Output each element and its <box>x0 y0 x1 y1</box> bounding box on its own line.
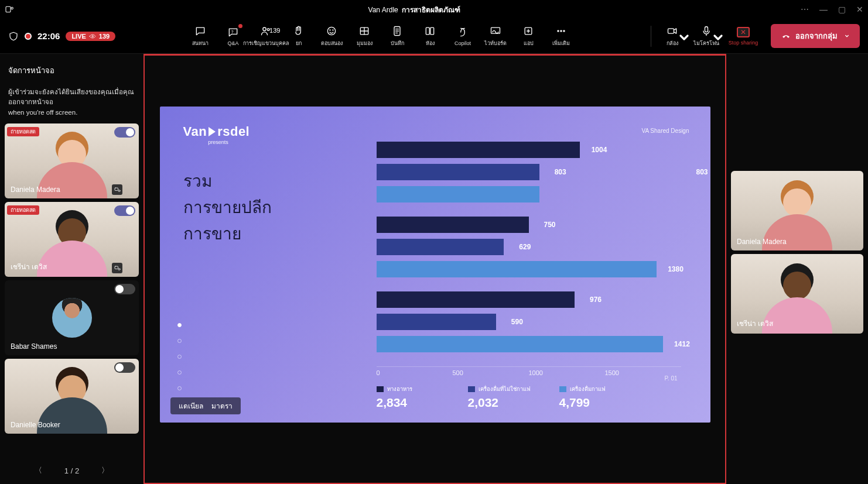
apps-button[interactable]: แอป <box>514 21 543 52</box>
spotlight-video-thumb[interactable]: Daniela Madera <box>731 171 863 250</box>
participant-name: Danielle Booker <box>8 420 63 430</box>
slide-bar-chart: 1004803803750629138097659014120500100015… <box>377 142 681 410</box>
spotlight-toggle[interactable] <box>114 127 135 138</box>
whiteboard-button[interactable]: ไวท์บอร์ด <box>481 21 510 52</box>
participant-thumb[interactable]: Babar Shames <box>5 280 139 355</box>
call-timer: 22:06 <box>37 31 60 41</box>
participant-name: เชรีน่า เดวิส <box>734 317 775 330</box>
panel-title: จัดการหน้าจอ <box>8 64 135 77</box>
panel-subtitle: ผู้เข้าร่วมจะยังคงได้ยินเสียงของคุณเมื่อ… <box>8 87 135 118</box>
react-button[interactable]: ตอบสนอง <box>317 21 346 52</box>
presentation-slide: Vanrsdel presents VA Shared Design รวม ก… <box>160 107 710 423</box>
slide-nav-dots <box>177 323 182 390</box>
encryption-icon[interactable] <box>8 31 19 42</box>
app-logo-icon <box>5 5 14 14</box>
spotlight-icon[interactable] <box>112 263 122 273</box>
eye-icon <box>89 33 96 40</box>
meeting-toolbar: 22:06 LIVE 139 สนทนา ?Q&A 139การเชิญแขวน… <box>0 19 868 54</box>
pager-next[interactable]: 〉 <box>101 465 109 476</box>
participant-name: Babar Shames <box>8 341 59 352</box>
svg-rect-29 <box>115 266 118 269</box>
slide-tag: VA Shared Design <box>642 128 689 134</box>
svg-point-7 <box>330 29 330 30</box>
live-badge[interactable]: LIVE 139 <box>66 32 115 41</box>
svg-point-30 <box>118 268 120 270</box>
participant-name: Daniela Madera <box>8 184 63 195</box>
svg-point-23 <box>561 30 562 31</box>
window-close-icon[interactable]: ✕ <box>856 5 863 14</box>
svg-rect-0 <box>6 6 11 12</box>
slide-presents: presents <box>183 139 254 145</box>
notes-button[interactable]: บันทึก <box>382 21 412 52</box>
svg-point-28 <box>118 190 120 191</box>
view-button[interactable]: มุมมอง <box>350 21 379 52</box>
svg-point-24 <box>563 30 565 31</box>
svg-rect-16 <box>426 28 429 35</box>
raise-hand-button[interactable]: ยก <box>284 21 313 52</box>
phone-hangup-icon <box>781 32 791 41</box>
svg-rect-25 <box>668 28 674 33</box>
chevron-down-icon[interactable] <box>845 34 849 39</box>
people-button[interactable]: 139การเชิญแขวนบุคคล <box>251 21 281 52</box>
more-button[interactable]: เพิ่มเติม <box>546 21 576 52</box>
rooms-button[interactable]: ห้อง <box>415 21 445 52</box>
participant-name: เชรีน่า เดวิส <box>8 260 49 273</box>
live-tag: ถ่ายทอดสด <box>7 205 39 215</box>
svg-rect-17 <box>430 28 434 35</box>
spotlight-toggle[interactable] <box>114 362 135 373</box>
spotlight-video-thumb[interactable]: เชรีน่า เดวิส <box>731 254 863 334</box>
pager-prev[interactable]: 〈 <box>35 465 42 476</box>
svg-point-4 <box>263 28 266 30</box>
pager-position: 1 / 2 <box>64 466 79 475</box>
live-tag: ถ่ายทอดสด <box>7 127 39 136</box>
participant-thumb[interactable]: ถ่ายทอดสดเชรีน่า เดวิส <box>5 202 139 277</box>
svg-point-1 <box>11 7 13 9</box>
svg-rect-26 <box>705 26 708 32</box>
shared-content-stage: Vanrsdel presents VA Shared Design รวม ก… <box>143 54 726 484</box>
svg-point-6 <box>327 27 335 35</box>
spotlight-icon[interactable] <box>112 184 122 195</box>
stop-sharing-button[interactable]: ✕ Stop sharing <box>724 27 763 46</box>
svg-point-2 <box>92 35 94 37</box>
chevron-down-icon[interactable] <box>678 32 690 44</box>
svg-point-22 <box>558 30 559 31</box>
slide-page-num: P. 01 <box>664 375 677 382</box>
thumb-pager: 〈 1 / 2 〉 <box>0 457 143 484</box>
manage-screen-panel: จัดการหน้าจอ ผู้เข้าร่วมจะยังคงได้ยินเสี… <box>0 54 143 484</box>
window-max-icon[interactable]: ▢ <box>838 5 846 14</box>
spotlight-toggle[interactable] <box>114 205 135 216</box>
presenter-name-pill: แดเนียลมาดรา <box>170 397 241 414</box>
mic-button[interactable]: ไมโครโฟน <box>690 25 723 47</box>
spotlight-toggle[interactable] <box>114 284 135 294</box>
chevron-down-icon[interactable] <box>712 32 724 44</box>
chat-button[interactable]: สนทนา <box>186 21 215 52</box>
svg-point-8 <box>333 29 333 30</box>
recording-dot-icon <box>25 33 32 40</box>
window-min-icon[interactable]: ⋯ <box>801 5 809 14</box>
title-bar: Van Ardle การสาธิตผลิตภัณฑ์ ⋯ ― ▢ ✕ <box>0 0 868 19</box>
camera-button[interactable]: กล้อง <box>656 25 689 47</box>
svg-rect-27 <box>115 188 118 191</box>
copilot-button[interactable]: Copilot <box>448 21 477 52</box>
right-video-rail: Daniela Madera เชรีน่า เดวิส <box>726 54 868 484</box>
svg-text:?: ? <box>231 29 234 33</box>
leave-button[interactable]: ออกจากกลุ่ม <box>771 24 860 48</box>
window-min-icon[interactable]: ― <box>819 5 828 14</box>
participant-thumb[interactable]: Danielle Booker <box>5 359 139 434</box>
participant-thumb[interactable]: ถ่ายทอดสดDaniela Madera <box>5 123 139 198</box>
slide-brand: Vanrsdel <box>183 124 687 139</box>
meeting-title: Van Ardle การสาธิตผลิตภัณฑ์ <box>28 4 801 15</box>
participant-name: Daniela Madera <box>734 236 789 247</box>
